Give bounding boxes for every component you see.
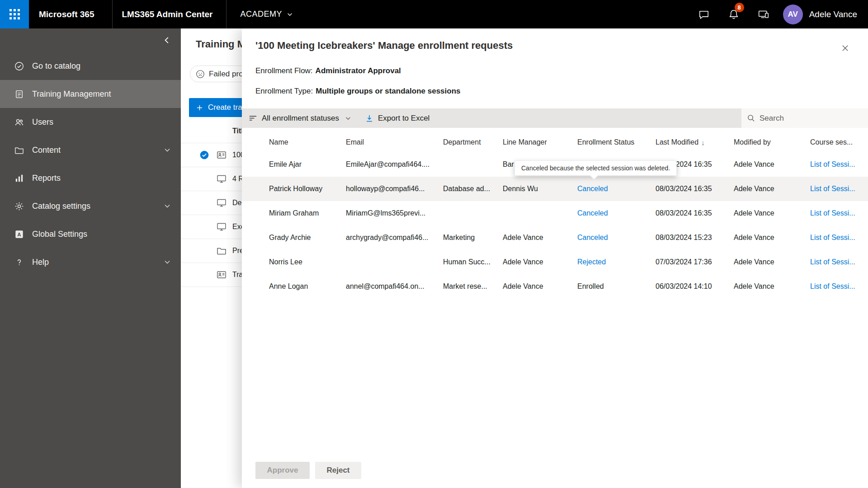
enrollment-flow-value: Administrator Approval	[316, 66, 401, 75]
column-header-label: Last Modified	[656, 138, 698, 146]
export-excel-label: Export to Excel	[378, 114, 429, 123]
feedback-button[interactable]	[689, 0, 719, 28]
dialog-title: '100 Meeting Icebreakers' Manage enrollm…	[255, 40, 513, 52]
table-header-row: NameEmailDepartmentLine ManagerEnrollmen…	[242, 132, 868, 152]
cell-status[interactable]: Rejected	[577, 258, 656, 266]
cell-status[interactable]: Canceled	[577, 185, 656, 193]
column-header-department[interactable]: Department	[443, 138, 503, 146]
cell-status[interactable]: Canceled	[577, 209, 656, 217]
search-input[interactable]	[760, 114, 863, 123]
sidebar-collapse-button[interactable]	[160, 33, 174, 47]
sidebar-item-label: Catalog settings	[32, 202, 164, 211]
cell-last-modified: 08/03/2024 16:35	[656, 185, 734, 193]
sidebar-item-label: Training Management	[32, 89, 181, 99]
column-header-label: Email	[346, 138, 364, 146]
sidebar-item-catalog-settings[interactable]: Catalog settings	[0, 192, 181, 220]
sidebar-item-help[interactable]: Help	[0, 248, 181, 276]
chevron-down-icon	[164, 202, 171, 210]
sidebar-item-users[interactable]: Users	[0, 108, 181, 136]
chevron-down-icon	[164, 146, 171, 154]
enrollment-row[interactable]: Anne Loganannel@compafi464.on...Market r…	[242, 274, 868, 299]
notifications-button[interactable]: 8	[719, 0, 749, 28]
user-name[interactable]: Adele Vance	[809, 9, 857, 19]
chat-icon	[698, 9, 710, 20]
cell-department: Marketing	[443, 234, 503, 242]
column-header-modified-by[interactable]: Modified by	[734, 138, 810, 146]
search-box	[741, 108, 868, 128]
product-name[interactable]: Microsoft 365	[29, 0, 113, 28]
cell-course-sessions[interactable]: List of Sessi...	[810, 209, 868, 217]
waffle-icon	[9, 9, 20, 19]
cell-name: Grady Archie	[269, 234, 346, 242]
sidebar-item-content[interactable]: Content	[0, 136, 181, 164]
status-filter-dropdown[interactable]: All enrollment statuses	[242, 108, 355, 128]
cell-modified-by: Adele Vance	[734, 185, 810, 193]
catalog-check-icon	[14, 61, 24, 71]
devices-icon	[758, 9, 769, 20]
cell-modified-by: Adele Vance	[734, 234, 810, 242]
cell-course-sessions[interactable]: List of Sessi...	[810, 258, 868, 266]
sidebar: Go to catalogTraining ManagementUsersCon…	[0, 28, 181, 488]
devices-button[interactable]	[749, 0, 778, 28]
enrollment-row[interactable]: Grady Archiearchygrady@compafi46...Marke…	[242, 225, 868, 250]
sidebar-item-reports[interactable]: Reports	[0, 164, 181, 192]
selection-placeholder	[200, 270, 209, 279]
sad-face-icon	[196, 70, 205, 79]
cell-line-manager: Adele Vance	[503, 258, 577, 266]
cell-modified-by: Adele Vance	[734, 209, 810, 217]
cell-course-sessions[interactable]: List of Sessi...	[810, 185, 868, 193]
bar-chart-icon	[14, 173, 24, 183]
cell-email: MiriamG@lms365previ...	[346, 209, 443, 217]
sidebar-item-go-to-catalog[interactable]: Go to catalog	[0, 52, 181, 80]
enrollment-row[interactable]: Miriam GrahamMiriamG@lms365previ...Cance…	[242, 201, 868, 225]
cell-department: Database ad...	[443, 185, 503, 193]
selection-placeholder	[200, 246, 209, 255]
chevron-left-icon	[163, 36, 171, 44]
search-icon	[747, 114, 755, 122]
enrollment-row[interactable]: Norris LeeHuman Succ...Adele VanceReject…	[242, 250, 868, 274]
sidebar-item-label: Global Settings	[32, 230, 181, 239]
close-button[interactable]	[837, 40, 853, 56]
column-header-course-ses[interactable]: Course ses...	[810, 138, 868, 146]
app-launcher-button[interactable]	[0, 0, 29, 28]
enrollment-type-line: Enrollment Type:Multiple groups or stand…	[255, 87, 461, 96]
column-header-line-manager[interactable]: Line Manager	[503, 138, 577, 146]
column-header-name[interactable]: Name	[269, 138, 346, 146]
enrollment-requests-dialog: '100 Meeting Icebreakers' Manage enrollm…	[242, 28, 868, 488]
enrollment-row[interactable]: Patrick Hollowayhollowayp@compafi46...Da…	[242, 177, 868, 201]
svg-text:A: A	[17, 231, 21, 237]
column-header-last-modified[interactable]: Last Modified↓	[656, 138, 734, 146]
cell-status[interactable]: Canceled	[577, 234, 656, 242]
column-header-enrollment-status[interactable]: Enrollment Status	[577, 138, 656, 146]
help-icon	[14, 257, 24, 267]
sidebar-collapse-row	[0, 28, 181, 52]
export-excel-button[interactable]: Export to Excel	[359, 108, 435, 128]
chevron-down-icon	[345, 115, 351, 122]
approve-button[interactable]: Approve	[255, 462, 310, 479]
column-header-label: Modified by	[734, 138, 771, 146]
users-icon	[14, 117, 24, 127]
column-header-email[interactable]: Email	[346, 138, 443, 146]
sidebar-item-training-management[interactable]: Training Management	[0, 80, 181, 108]
sidebar-item-global-settings[interactable]: AGlobal Settings	[0, 220, 181, 248]
cell-course-sessions[interactable]: List of Sessi...	[810, 234, 868, 242]
cell-last-modified: 08/03/2024 16:35	[656, 209, 734, 217]
training-title: Tra	[232, 271, 243, 279]
column-header-label: Course ses...	[810, 138, 853, 146]
column-header-label: Enrollment Status	[577, 138, 634, 146]
column-header-label: Department	[443, 138, 481, 146]
admin-center-title[interactable]: LMS365 Admin Center	[113, 0, 226, 28]
org-selector[interactable]: ACADEMY	[226, 0, 293, 28]
training-list-icon	[14, 89, 24, 99]
cell-course-sessions[interactable]: List of Sessi...	[810, 160, 868, 169]
check-circle-icon	[200, 150, 209, 160]
folder-icon	[14, 145, 24, 155]
selection-placeholder	[200, 198, 209, 207]
enrollments-table: NameEmailDepartmentLine ManagerEnrollmen…	[242, 132, 868, 299]
cell-line-manager: Adele Vance	[503, 234, 577, 242]
cell-course-sessions[interactable]: List of Sessi...	[810, 282, 868, 291]
selection-placeholder	[200, 222, 209, 231]
cell-department: Market rese...	[443, 282, 503, 291]
avatar[interactable]: AV	[783, 5, 803, 24]
reject-button[interactable]: Reject	[315, 462, 361, 479]
